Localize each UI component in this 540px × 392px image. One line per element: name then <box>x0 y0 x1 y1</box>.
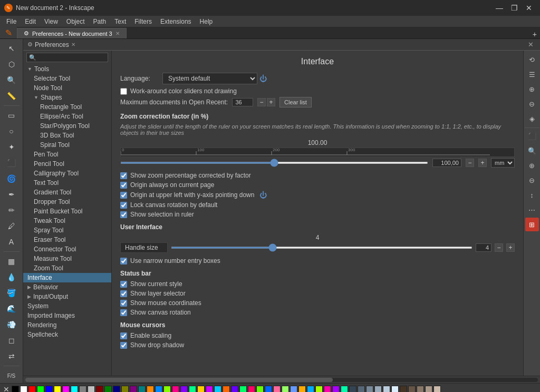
right-btn-fill[interactable]: ⬛ <box>525 129 539 143</box>
sidebar-item-paintbucket-tool[interactable]: Paint Bucket Tool <box>23 207 111 216</box>
sidebar-item-zoom-tool[interactable]: Zoom Tool <box>23 263 111 273</box>
menu-edit[interactable]: Edit <box>21 17 40 26</box>
tool-gradient[interactable]: ▦ <box>3 254 20 269</box>
lock-canvas-checkbox[interactable] <box>120 202 127 209</box>
handle-size-slider[interactable] <box>171 247 472 249</box>
zoom-decrement[interactable]: − <box>466 159 474 167</box>
enable-scaling-checkbox[interactable] <box>120 332 127 339</box>
tool-spray[interactable]: 💨 <box>3 317 20 332</box>
show-layer-checkbox[interactable] <box>120 290 127 297</box>
menu-filters[interactable]: Filters <box>130 17 156 26</box>
sidebar-item-ellipse-tool[interactable]: Ellipse/Arc Tool <box>23 112 111 121</box>
tool-star[interactable]: ✦ <box>3 140 20 154</box>
clear-list-button[interactable]: Clear list <box>279 97 312 107</box>
menu-help[interactable]: Help <box>196 17 217 26</box>
sidebar-item-system[interactable]: System <box>23 301 111 311</box>
tool-node[interactable]: ⬡ <box>3 57 20 72</box>
sidebar-item-pen-tool[interactable]: Pen Tool <box>23 150 111 159</box>
tool-rect[interactable]: ▭ <box>3 108 20 123</box>
tool-connector[interactable]: ⇄ <box>3 349 20 364</box>
color-swatch[interactable] <box>408 386 416 393</box>
menu-view[interactable]: View <box>40 17 62 26</box>
zoom-value-input[interactable] <box>432 159 461 167</box>
origin-upper-left-checkbox[interactable] <box>120 192 127 199</box>
color-swatch[interactable] <box>425 386 432 393</box>
tool-pencil[interactable]: ✏ <box>3 203 20 218</box>
show-zoom-checkbox[interactable] <box>120 172 127 179</box>
no-color-button[interactable]: ✕ <box>2 385 11 393</box>
right-btn-fit[interactable]: ◈ <box>525 112 539 125</box>
color-swatch[interactable] <box>231 386 238 393</box>
sidebar-item-selector-tool[interactable]: Selector Tool <box>23 74 111 83</box>
doc-tab-close-button[interactable]: ✕ <box>115 31 120 36</box>
color-swatch[interactable] <box>374 386 382 393</box>
color-swatch[interactable] <box>239 386 247 393</box>
sidebar-item-eraser-tool[interactable]: Eraser Tool <box>23 235 111 244</box>
minimize-button[interactable]: — <box>493 3 506 13</box>
sidebar-item-rect-tool[interactable]: Rectangle Tool <box>23 102 111 112</box>
right-btn-minus[interactable]: ⊖ <box>525 173 539 187</box>
color-swatch[interactable] <box>28 386 36 393</box>
tool-zoom[interactable]: 🔍 <box>3 73 20 87</box>
tool-spiral[interactable]: 🌀 <box>3 171 20 186</box>
show-style-checkbox[interactable] <box>120 281 127 288</box>
color-swatch[interactable] <box>315 386 323 393</box>
color-swatch[interactable] <box>341 386 348 393</box>
color-swatch[interactable] <box>113 386 120 393</box>
color-swatch[interactable] <box>96 386 103 393</box>
color-swatch[interactable] <box>349 386 356 393</box>
color-swatch[interactable] <box>147 386 154 393</box>
max-docs-decrement[interactable]: − <box>257 98 266 106</box>
sidebar-item-imported-images[interactable]: Imported Images <box>23 311 111 320</box>
color-swatch[interactable] <box>45 386 53 393</box>
color-swatch[interactable] <box>54 386 61 393</box>
color-swatch[interactable] <box>417 386 424 393</box>
sidebar-item-measure-tool[interactable]: Measure Tool <box>23 254 111 263</box>
sidebar-item-behavior[interactable]: ▶ Behavior <box>23 282 111 292</box>
menu-extensions[interactable]: Extensions <box>156 17 196 26</box>
max-docs-input[interactable] <box>232 98 253 106</box>
sidebar-item-tweak-tool[interactable]: Tweak Tool <box>23 216 111 226</box>
sidebar-item-text-tool[interactable]: Text Tool <box>23 178 111 188</box>
color-swatch[interactable] <box>391 386 399 393</box>
scrollbar-thumb[interactable] <box>25 378 333 382</box>
zoom-slider[interactable] <box>120 162 428 164</box>
color-swatch[interactable] <box>189 386 196 393</box>
workaround-checkbox[interactable] <box>120 88 127 95</box>
show-drop-shadow-checkbox[interactable] <box>120 342 127 349</box>
color-swatch[interactable] <box>298 386 306 393</box>
color-swatch[interactable] <box>155 386 162 393</box>
color-swatch[interactable] <box>197 386 205 393</box>
right-btn-zoom-out[interactable]: ⊖ <box>525 97 539 111</box>
zoom-increment[interactable]: + <box>478 159 487 167</box>
color-swatch[interactable] <box>206 386 213 393</box>
sidebar-item-connector-tool[interactable]: Connector Tool <box>23 244 111 254</box>
sidebar-item-shapes[interactable]: ▼ Shapes <box>23 93 111 102</box>
color-swatch[interactable] <box>383 386 390 393</box>
tool-eraser[interactable]: ◻ <box>3 333 20 348</box>
right-btn-arrows[interactable]: ↕ <box>525 188 539 202</box>
color-swatch[interactable] <box>79 386 86 393</box>
tool-ellipse[interactable]: ○ <box>3 124 20 139</box>
color-swatch[interactable] <box>433 386 441 393</box>
search-input[interactable] <box>26 53 108 62</box>
right-btn-plus[interactable]: ⊕ <box>525 159 539 172</box>
tool-3dbox[interactable]: ⬛ <box>3 155 20 170</box>
pref-window-close[interactable]: ✕ <box>526 41 536 48</box>
tool-paintbucket[interactable]: 🪣 <box>3 286 20 300</box>
right-btn-refresh[interactable]: ⟲ <box>525 53 539 66</box>
sidebar-item-star-tool[interactable]: Star/Polygon Tool <box>23 121 111 131</box>
color-swatch[interactable] <box>273 386 281 393</box>
narrow-boxes-checkbox[interactable] <box>120 258 127 264</box>
right-btn-dots[interactable]: ⋯ <box>525 203 539 217</box>
color-swatch[interactable] <box>223 386 230 393</box>
sidebar-item-gradient-tool[interactable]: Gradient Tool <box>23 188 111 197</box>
color-swatch[interactable] <box>332 386 340 393</box>
color-swatch[interactable] <box>20 386 27 393</box>
color-swatch[interactable] <box>172 386 179 393</box>
new-tab-button[interactable]: + <box>529 30 540 38</box>
tool-text[interactable]: A <box>3 234 20 249</box>
language-info-icon[interactable]: ⏻ <box>259 74 267 83</box>
color-swatch[interactable] <box>104 386 112 393</box>
handle-size-decrement[interactable]: − <box>495 243 503 252</box>
